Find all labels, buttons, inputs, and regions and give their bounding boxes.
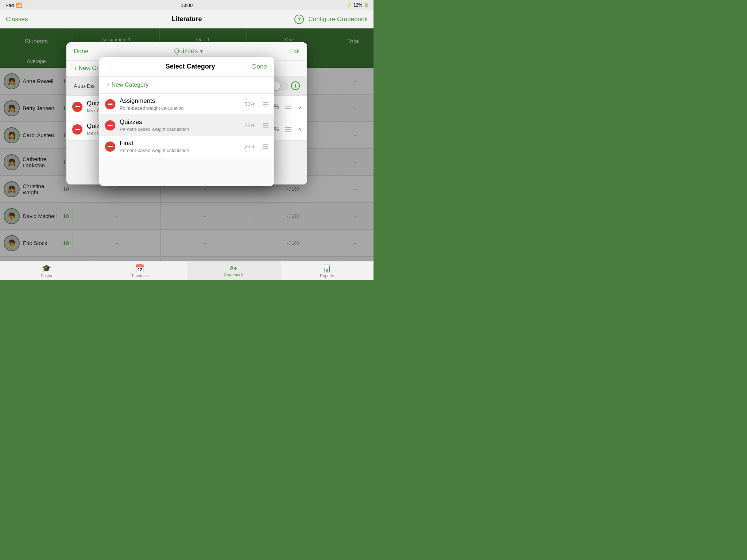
auto-distribute-label: Auto-Dis [74, 83, 95, 89]
status-time: 13:00 [181, 3, 193, 8]
select-category-empty-space [99, 157, 274, 186]
quizzes-drag-handle[interactable] [263, 123, 268, 128]
tab-roster[interactable]: 🎓 Roster [0, 261, 93, 280]
assignments-drag-handle[interactable] [263, 102, 268, 106]
new-category-button[interactable]: + New Category [99, 77, 274, 94]
nav-bar: Classes Literature ? Configure Gradebook [0, 10, 374, 28]
list-item: Quizzes Percent-based weight calculation… [99, 115, 274, 136]
main-content: Students Assignment 1 % Quiz 1 50% Quiz … [0, 28, 374, 261]
tab-gradebook[interactable]: A+ Gradebook [187, 261, 280, 280]
status-bar: iPad 📶 13:00 ⚡ 12% 🔋 [0, 0, 374, 10]
final-item-desc: Percent-based weight calculation [120, 148, 240, 153]
auto-distribute-controls: i [271, 81, 300, 91]
quiz1-chevron-icon[interactable]: › [299, 102, 301, 111]
quizzes-title-label: Quizzes [174, 47, 198, 55]
nav-right-group: ? Configure Gradebook [294, 15, 368, 24]
quiz2-drag-handle[interactable] [285, 127, 291, 132]
bluetooth-icon: ⚡ [347, 3, 352, 8]
quizzes-done-button[interactable]: Done [74, 48, 89, 55]
gradebook-label: Gradebook [224, 272, 243, 277]
timetable-icon: 📅 [135, 264, 144, 273]
tab-reports[interactable]: 📊 Reports [280, 261, 374, 280]
carrier-label: iPad [4, 3, 14, 8]
status-right: ⚡ 12% 🔋 [347, 3, 369, 8]
help-button[interactable]: ? [294, 15, 304, 24]
quizzes-item-desc: Percent-based weight calculation [120, 127, 240, 132]
battery-icon: 🔋 [364, 3, 369, 8]
remove-quizzes-button[interactable] [105, 120, 115, 131]
final-item-info: Final Percent-based weight calculation [120, 140, 240, 153]
quizzes-item-name: Quizzes [120, 118, 240, 126]
select-category-modal: Select Category Done + New Category Assi… [99, 57, 274, 186]
quizzes-item-info: Quizzes Percent-based weight calculation [120, 118, 240, 132]
remove-final-button[interactable] [105, 141, 115, 152]
tab-bar: 🎓 Roster 📅 Timetable A+ Gradebook 📊 Repo… [0, 261, 374, 280]
status-left: iPad 📶 [4, 3, 22, 8]
quiz2-chevron-icon[interactable]: › [299, 125, 301, 133]
remove-assignments-button[interactable] [105, 99, 115, 109]
wifi-icon: 📶 [16, 3, 22, 8]
list-item: Final Percent-based weight calculation 2… [99, 136, 274, 157]
gradebook-icon: A+ [230, 265, 237, 272]
assignments-pct: 50% [244, 101, 255, 107]
auto-distribute-info-icon[interactable]: i [291, 81, 300, 90]
assignments-item-name: Assignments [120, 97, 240, 105]
modal-overlay: Done Quizzes ▼ Edit + New Grade Auto-Dis… [0, 28, 374, 261]
quizzes-edit-button[interactable]: Edit [289, 48, 300, 55]
select-category-header: Select Category Done [99, 57, 274, 77]
final-drag-handle[interactable] [263, 144, 268, 149]
tab-timetable[interactable]: 📅 Timetable [93, 261, 187, 280]
final-pct: 25% [244, 143, 255, 149]
battery-label: 12% [353, 3, 362, 8]
page-title: Literature [171, 15, 202, 23]
quizzes-pct: 25% [244, 122, 255, 128]
quiz1-drag-handle[interactable] [285, 105, 291, 109]
select-category-done-button[interactable]: Done [252, 63, 267, 70]
roster-label: Roster [40, 273, 52, 278]
select-category-title: Select Category [128, 63, 252, 70]
timetable-label: Timetable [131, 273, 149, 278]
configure-gradebook-button[interactable]: Configure Gradebook [308, 16, 368, 23]
final-item-name: Final [120, 140, 240, 147]
assignments-item-desc: Point-based weight calculation [120, 105, 240, 111]
classes-button[interactable]: Classes [6, 16, 28, 23]
reports-icon: 📊 [322, 264, 332, 273]
list-item: Assignments Point-based weight calculati… [99, 94, 274, 115]
remove-quiz1-button[interactable] [72, 102, 82, 112]
reports-label: Reports [320, 273, 334, 278]
quizzes-title: Quizzes ▼ [174, 47, 204, 55]
quizzes-caret-icon: ▼ [199, 49, 204, 54]
assignments-item-info: Assignments Point-based weight calculati… [120, 97, 240, 111]
roster-icon: 🎓 [42, 264, 51, 273]
remove-quiz2-button[interactable] [72, 124, 82, 135]
